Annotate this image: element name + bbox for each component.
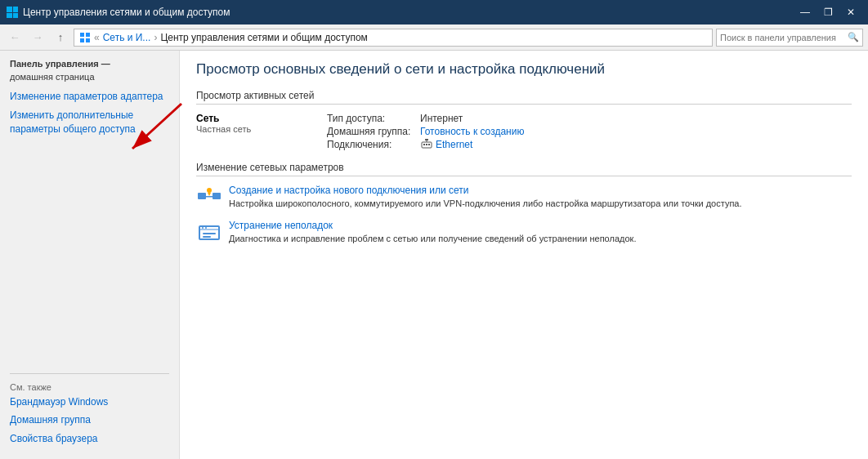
search-input[interactable] (720, 33, 845, 42)
network-info: Тип доступа: Интернет Домашняя группа: Г… (327, 113, 524, 150)
sidebar-also: См. также Брандмауэр Windows Домашняя гр… (10, 373, 169, 451)
minimize-button[interactable]: — (794, 4, 816, 20)
new-connection-icon (196, 186, 222, 209)
breadcrumb-separator: « (94, 32, 100, 43)
troubleshoot-desc: Диагностика и исправление проблем с сеть… (229, 233, 636, 245)
address-breadcrumb[interactable]: « Сеть и И... › Центр управления сетями … (74, 29, 713, 47)
svg-rect-14 (205, 196, 213, 198)
settings-text-1: Создание и настройка нового подключения … (229, 185, 742, 210)
svg-point-19 (205, 227, 207, 229)
sidebar-subtitle: домашняя страница (10, 72, 169, 82)
network-type: Частная сеть (196, 124, 327, 134)
troubleshoot-icon (196, 221, 222, 244)
new-connection-desc: Настройка широкополосного, коммутируемог… (229, 198, 742, 210)
svg-rect-9 (428, 144, 430, 145)
troubleshoot-link[interactable]: Устранение неполадок (229, 220, 636, 231)
svg-rect-13 (213, 193, 221, 199)
svg-rect-2 (80, 38, 84, 42)
sidebar-also-title: См. также (10, 382, 169, 392)
sidebar-link-sharing[interactable]: Изменить дополнительные параметры общего… (10, 109, 169, 136)
svg-rect-1 (86, 33, 90, 37)
sidebar: Панель управления — домашняя страница Из… (0, 51, 180, 459)
breadcrumb-part1[interactable]: Сеть и И... (103, 32, 151, 43)
svg-point-15 (207, 188, 212, 193)
svg-rect-12 (198, 193, 206, 199)
sidebar-link-adapter[interactable]: Изменение параметров адаптера (10, 90, 169, 104)
svg-rect-20 (203, 233, 216, 234)
svg-point-18 (202, 227, 204, 229)
ethernet-link[interactable]: Ethernet (420, 139, 524, 150)
search-icon: 🔍 (848, 32, 859, 42)
maximize-button[interactable]: ❐ (817, 4, 839, 20)
control-panel-icon (79, 32, 91, 43)
breadcrumb-arrow: › (154, 32, 157, 43)
title-bar-title: Центр управления сетями и общим доступом (23, 7, 230, 18)
svg-rect-8 (426, 144, 427, 145)
settings-item-new-connection: Создание и настройка нового подключения … (196, 185, 852, 210)
ethernet-label: Ethernet (436, 139, 472, 150)
sidebar-section-title: Панель управления — (10, 59, 169, 69)
access-type-value: Интернет (420, 113, 524, 124)
content-area: Просмотр основных сведений о сети и наст… (180, 51, 868, 459)
forward-button[interactable]: → (28, 28, 47, 47)
svg-rect-7 (423, 144, 425, 145)
active-networks-header: Просмотр активных сетей (196, 90, 852, 105)
network-name-block: Сеть Частная сеть (196, 113, 327, 134)
new-connection-link[interactable]: Создание и настройка нового подключения … (229, 185, 742, 196)
sidebar-link-browser[interactable]: Свойства браузера (10, 432, 169, 446)
up-button[interactable]: ↑ (51, 28, 70, 47)
address-bar: ← → ↑ « Сеть и И... › Центр управления с… (0, 25, 868, 51)
settings-item-troubleshoot: Устранение неполадок Диагностика и испра… (196, 220, 852, 245)
svg-rect-11 (425, 139, 428, 140)
title-bar-controls: — ❐ ✕ (794, 4, 861, 20)
main-layout: Панель управления — домашняя страница Из… (0, 51, 868, 459)
search-box[interactable]: 🔍 (716, 29, 863, 47)
network-name: Сеть (196, 113, 327, 124)
access-type-label: Тип доступа: (327, 113, 417, 124)
page-title: Просмотр основных сведений о сети и наст… (196, 60, 852, 78)
title-bar-left: Центр управления сетями и общим доступом (7, 7, 230, 18)
active-networks: Сеть Частная сеть Тип доступа: Интернет … (196, 113, 852, 150)
close-button[interactable]: ✕ (840, 4, 861, 20)
home-group-label: Домашняя группа: (327, 126, 417, 137)
title-bar: Центр управления сетями и общим доступом… (0, 0, 868, 25)
ethernet-icon (420, 139, 433, 150)
back-button[interactable]: ← (5, 28, 25, 47)
sidebar-link-homegroup[interactable]: Домашняя группа (10, 413, 169, 427)
breadcrumb-part2: Центр управления сетями и общим доступом (160, 32, 368, 43)
svg-rect-21 (203, 236, 211, 238)
app-icon (7, 7, 18, 18)
settings-text-2: Устранение неполадок Диагностика и испра… (229, 220, 636, 245)
svg-rect-0 (80, 33, 84, 37)
change-settings-header: Изменение сетевых параметров (196, 162, 852, 176)
sidebar-link-firewall[interactable]: Брандмауэр Windows (10, 395, 169, 409)
svg-rect-3 (86, 38, 90, 42)
connections-label: Подключения: (327, 139, 417, 150)
home-group-link[interactable]: Готовность к созданию (420, 126, 524, 137)
